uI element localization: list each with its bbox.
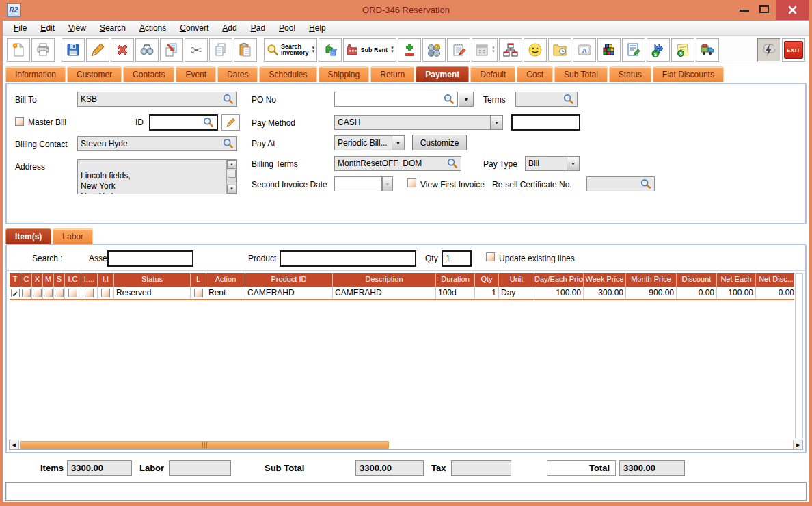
column-header-status[interactable]: Status (114, 273, 191, 287)
menu-actions[interactable]: Actions (133, 23, 173, 33)
row-c-checkbox[interactable] (22, 289, 31, 297)
update-existing-lines-checkbox[interactable] (486, 252, 495, 261)
column-header[interactable]: T (10, 273, 21, 287)
save-button[interactable] (62, 38, 85, 62)
new-button[interactable] (7, 38, 30, 62)
cell-week-price[interactable]: 300.00 (584, 287, 626, 299)
pay-method-aux-field[interactable] (511, 114, 580, 131)
column-header-description[interactable]: Description (333, 273, 436, 287)
hierarchy-button[interactable] (499, 38, 522, 62)
cell-day-price[interactable]: 100.00 (534, 287, 584, 299)
address-scrollbar[interactable]: ▲ ▼ (226, 160, 236, 194)
column-header-net-disc[interactable]: Net Disc... (756, 273, 794, 287)
invoice-button[interactable]: $ (671, 38, 694, 62)
tab-default[interactable]: Default (470, 66, 515, 82)
pay-at-combo[interactable]: Periodic Bill... ▼ (334, 135, 405, 150)
chevron-down-icon[interactable]: ▼ (392, 136, 404, 150)
pay-method-combo[interactable]: CASH ▼ (334, 115, 503, 130)
billing-terms-field[interactable]: MonthResetOFF_DOM (334, 156, 461, 171)
product-search-input[interactable] (280, 250, 416, 267)
column-header[interactable]: X (32, 273, 43, 287)
column-header-month-price[interactable]: Month Price (626, 273, 677, 287)
items-vertical-scrollbar[interactable] (795, 273, 803, 438)
column-header[interactable]: S (54, 273, 65, 287)
spinner-arrows-icon[interactable]: ▼▼ (390, 46, 394, 53)
id-lookup-icon[interactable] (203, 117, 214, 128)
scrollbar-thumb[interactable] (228, 170, 236, 178)
bill-to-field[interactable]: KSB (77, 92, 237, 107)
row-t-checkbox[interactable] (11, 289, 20, 297)
cell-net-disc[interactable]: 0.00 (756, 287, 794, 299)
menu-file[interactable]: File (7, 23, 33, 33)
column-header-unit[interactable]: Unit (499, 273, 534, 287)
print-button[interactable] (31, 38, 55, 62)
terms-lookup-icon[interactable] (563, 94, 574, 105)
cell-action[interactable]: Rent (206, 287, 245, 299)
tab-sub-total[interactable]: Sub Total (554, 66, 608, 82)
menu-edit[interactable]: Edit (33, 23, 62, 33)
menu-add[interactable]: Add (215, 23, 243, 33)
asset-search-input[interactable] (107, 250, 193, 267)
history-folder-button[interactable] (548, 38, 571, 62)
resell-certificate-field[interactable] (586, 176, 655, 191)
id-field[interactable] (149, 114, 218, 131)
cell-description[interactable]: CAMERAHD (333, 287, 436, 299)
tab-information[interactable]: Information (5, 66, 66, 82)
column-header-discount[interactable]: Discount (677, 273, 717, 287)
column-header[interactable]: M (43, 273, 54, 287)
scroll-right-icon[interactable]: ▶ (793, 440, 802, 449)
po-no-dropdown-button[interactable]: ▼ (459, 92, 474, 107)
convert-button[interactable] (319, 38, 342, 62)
sub-rent-button[interactable]: Sub Rent ▼▼ (343, 38, 396, 62)
po-no-field[interactable] (334, 92, 458, 107)
billing-contact-lookup-icon[interactable] (223, 138, 234, 149)
billing-contact-field[interactable]: Steven Hyde (77, 136, 237, 151)
scroll-up-icon[interactable]: ▲ (227, 160, 236, 169)
master-bill-checkbox[interactable] (15, 117, 24, 126)
cell-discount[interactable]: 0.00 (677, 287, 717, 299)
paste-button[interactable] (234, 38, 257, 62)
find-button[interactable] (135, 38, 159, 62)
cell-qty[interactable]: 1 (475, 287, 499, 299)
notes-button[interactable] (447, 38, 470, 62)
cell-status[interactable]: Reserved (114, 287, 191, 299)
close-button[interactable] (776, 0, 809, 20)
column-header-duration[interactable]: Duration (436, 273, 475, 287)
menu-view[interactable]: View (62, 23, 93, 33)
pay-type-combo[interactable]: Bill ▼ (525, 156, 580, 171)
edit-button[interactable] (86, 38, 109, 62)
column-header[interactable]: I.C (65, 273, 81, 287)
copy-to-button[interactable] (160, 38, 183, 62)
quick-action-button[interactable] (757, 38, 781, 62)
contact-button[interactable] (524, 38, 547, 62)
second-invoice-date-field[interactable] (334, 176, 382, 191)
row-m-checkbox[interactable] (44, 289, 53, 297)
billing-terms-lookup-icon[interactable] (447, 158, 458, 169)
cell-month-price[interactable]: 900.00 (626, 287, 677, 299)
menu-search[interactable]: Search (93, 23, 133, 33)
cut-button[interactable]: ✂ (185, 38, 208, 62)
id-edit-button[interactable] (221, 114, 240, 131)
delete-button[interactable] (111, 38, 134, 62)
tab-status[interactable]: Status (609, 66, 651, 82)
minimize-button[interactable] (740, 10, 749, 12)
tab-cost[interactable]: Cost (517, 66, 553, 82)
row-ic-checkbox[interactable] (68, 289, 77, 297)
tab-flat-discounts[interactable]: Flat Discounts (653, 66, 724, 82)
tab-dates[interactable]: Dates (217, 66, 258, 82)
tab-contacts[interactable]: Contacts (123, 66, 174, 82)
view-first-invoice-checkbox[interactable] (407, 178, 416, 187)
menu-pad[interactable]: Pad (244, 23, 272, 33)
exit-button[interactable]: EXIT (782, 38, 805, 62)
second-invoice-dropdown-button[interactable]: ▼ (382, 176, 393, 191)
column-header[interactable]: I.... (81, 273, 98, 287)
address-field[interactable]: Lincoln fields, New York New York ▲ ▼ (77, 159, 237, 194)
column-header-action[interactable]: Action (206, 273, 245, 287)
row-l-checkbox[interactable] (194, 289, 203, 297)
column-header-product-id[interactable]: Product ID (245, 273, 333, 287)
packages-button[interactable] (597, 38, 621, 62)
copy-button[interactable] (209, 38, 232, 62)
maximize-button[interactable] (759, 5, 769, 13)
tab-items[interactable]: Item(s) (5, 228, 51, 244)
chevron-down-icon[interactable]: ▼ (490, 116, 502, 129)
